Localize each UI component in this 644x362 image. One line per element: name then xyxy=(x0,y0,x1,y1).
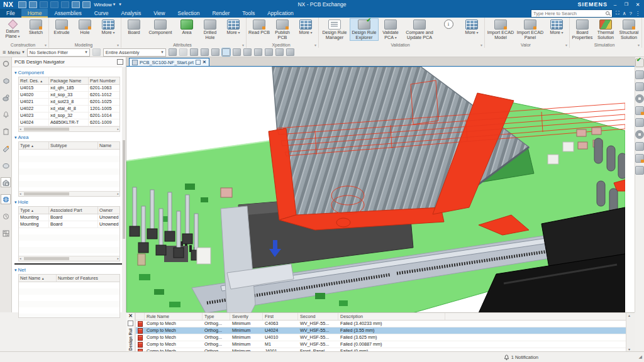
part-tab[interactable]: PCB_SC100-NF_Start.prt ✕ xyxy=(129,58,209,66)
fit-view-icon[interactable] xyxy=(201,48,209,56)
import-model-tool-icon[interactable] xyxy=(635,106,644,115)
panel-close-icon[interactable]: ✕ xyxy=(128,313,133,319)
board-button[interactable]: Board xyxy=(123,18,145,36)
snapshot-tool-icon[interactable] xyxy=(635,70,644,79)
menu-tab-curve[interactable]: Curve xyxy=(88,9,115,18)
parts-box-icon[interactable] xyxy=(1,127,10,136)
export-tool-icon[interactable] xyxy=(635,118,644,127)
col-ref-des[interactable]: Ref. Des. xyxy=(19,77,49,84)
minimize-ribbon-icon[interactable]: ∧ xyxy=(623,11,626,16)
menu-tab-file[interactable]: File xyxy=(0,9,21,18)
xpedition-more-button[interactable]: More xyxy=(294,18,317,36)
component-row[interactable]: U4023xd_sop_326201-1014 xyxy=(19,112,119,119)
group-label-attributes[interactable]: Attributes xyxy=(123,42,245,48)
rendering-style-icon[interactable] xyxy=(222,48,230,56)
design-rule-explorer-button[interactable]: Design Rule Explorer xyxy=(350,18,379,41)
save-icon[interactable] xyxy=(18,1,26,8)
switch-window-icon[interactable] xyxy=(82,1,91,8)
internet-globe-icon[interactable] xyxy=(1,195,10,204)
search-input[interactable] xyxy=(531,11,605,16)
menu-tab-application[interactable]: Application xyxy=(261,9,300,18)
col-net-name[interactable]: Net Name xyxy=(19,275,57,282)
rule-row[interactable]: Comp to MechOrthog...MinimumC4063WV_HSF-… xyxy=(136,321,626,327)
col-subtype[interactable]: Subtype xyxy=(49,142,98,149)
roller-icon[interactable] xyxy=(1,59,10,68)
design-rule-check-icon[interactable] xyxy=(635,58,644,67)
component-row[interactable]: U4021xd_sot23_86201-1025 xyxy=(19,99,119,106)
restore-button[interactable] xyxy=(623,1,630,8)
validation-info-button[interactable] xyxy=(437,18,460,30)
group-label-modeling[interactable]: Modeling xyxy=(50,42,119,48)
menu-tab-tools[interactable]: Tools xyxy=(236,9,261,18)
col-associated-part[interactable]: Associated Part xyxy=(49,207,98,214)
resize-grip-icon[interactable]: ◢ xyxy=(639,354,642,359)
wireframe-icon[interactable] xyxy=(243,48,252,56)
component-tool-icon[interactable] xyxy=(635,82,644,91)
component-row[interactable]: U4024A6850KLTR-T6201-1009 xyxy=(19,119,119,126)
snapshot-icon[interactable] xyxy=(254,48,262,56)
col-severity[interactable]: Severity xyxy=(230,313,263,320)
highlight-related-icon[interactable] xyxy=(169,48,177,56)
show-hide-icon[interactable] xyxy=(190,48,198,56)
component-row[interactable]: U4022xd_xtal_4t_81201-1005 xyxy=(19,106,119,112)
hole-row[interactable]: MountingBoardUnowned xyxy=(19,221,119,228)
rule-row[interactable]: Comp to MechOrthog...MinimumU4010WV_HSF-… xyxy=(136,334,626,341)
panel-window-icon[interactable] xyxy=(117,59,123,65)
window-layout-icon[interactable] xyxy=(286,48,294,56)
close-button[interactable] xyxy=(634,1,641,8)
col-owner[interactable]: Owner xyxy=(98,207,119,214)
shaded-icon[interactable] xyxy=(233,48,241,56)
rule-row[interactable]: Comp to MechOrthog...MinimumM1WV_HSF-55.… xyxy=(136,341,626,348)
window-menu[interactable]: Window xyxy=(94,2,115,8)
col-second[interactable]: Second xyxy=(298,313,338,320)
orient-view-icon[interactable] xyxy=(211,48,219,56)
component-row[interactable]: U4020xd_sop_336201-1012 xyxy=(19,92,119,99)
selection-scope-dropdown[interactable]: Entire Assembly xyxy=(103,48,166,57)
component-row[interactable]: U4015xd_qfn_1856201-1063 xyxy=(19,85,119,92)
col-number-of-features[interactable]: Number of Features xyxy=(57,275,119,282)
group-label-valor[interactable]: Valor xyxy=(486,42,568,48)
section-view-icon[interactable] xyxy=(265,48,273,56)
graphics-viewport[interactable]: PCB_SC100-NF_Start.prt ✕ xyxy=(126,57,635,312)
minimize-button[interactable] xyxy=(611,1,619,8)
col-type[interactable]: Type xyxy=(203,313,230,320)
command-search[interactable] xyxy=(531,9,613,18)
templates-icon[interactable] xyxy=(1,229,10,238)
datum-plane-button[interactable]: Datum Plane xyxy=(1,18,24,40)
col-type[interactable]: Type xyxy=(19,142,49,149)
menu-tab-home[interactable]: Home xyxy=(21,9,48,18)
read-pcb-button[interactable]: Read PCB xyxy=(248,18,270,36)
menu-tab-view[interactable]: View xyxy=(147,9,171,18)
drilled-hole-button[interactable]: Drilled Hole xyxy=(199,18,221,41)
col-description[interactable]: Description xyxy=(338,313,445,320)
pcb-design-navigator-icon[interactable] xyxy=(1,178,10,187)
menu-tab-analysis[interactable]: Analysis xyxy=(115,9,148,18)
tab-close-icon[interactable]: ✕ xyxy=(203,60,206,65)
fullscreen-icon[interactable]: ⛶ xyxy=(616,10,619,16)
history-clock-icon[interactable] xyxy=(1,212,10,221)
design-rule-tab-label[interactable]: Design Rule Explorer xyxy=(128,328,133,351)
group-label-validation[interactable]: Validation xyxy=(320,42,483,48)
selection-filter-dropdown[interactable]: No Selection Filter xyxy=(27,48,90,57)
modeling-more-button[interactable]: More xyxy=(97,18,119,36)
touch-mode-icon[interactable] xyxy=(72,1,80,8)
col-first[interactable]: First xyxy=(263,313,298,320)
pcb-3d-scene[interactable] xyxy=(126,67,625,313)
structural-solution-button[interactable]: Structural Solution xyxy=(618,18,640,41)
undo-icon[interactable] xyxy=(29,1,37,8)
col-rule-name[interactable]: Rule Name xyxy=(145,313,203,320)
search-icon[interactable] xyxy=(605,11,611,16)
checklist-tool-icon[interactable] xyxy=(635,94,644,103)
notification-area[interactable]: 1 Notification xyxy=(504,354,538,361)
settings-gear-icon[interactable] xyxy=(635,130,644,139)
panel-checkbox[interactable] xyxy=(128,321,133,326)
attributes-more-button[interactable]: More xyxy=(222,18,245,36)
col-name[interactable]: Name xyxy=(98,142,119,149)
hole-section-header[interactable]: Hole xyxy=(14,199,123,205)
compare-tool-icon[interactable] xyxy=(635,142,644,151)
sketch-button[interactable]: Sketch xyxy=(25,18,47,36)
menu-tab-selection[interactable]: Selection xyxy=(171,9,206,18)
extrude-button[interactable]: Extrude xyxy=(50,18,73,36)
col-hole-type[interactable]: Type xyxy=(19,207,49,214)
web-browser-icon[interactable] xyxy=(1,161,10,170)
